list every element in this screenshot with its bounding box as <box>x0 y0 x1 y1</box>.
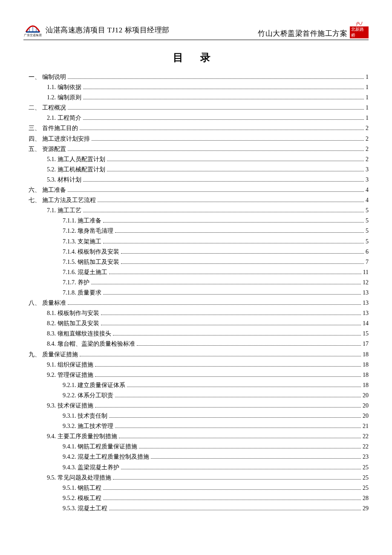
toc-label: 5.2. 施工机械配置计划 <box>47 165 105 174</box>
toc-label: 五、 资源配置 <box>29 144 66 154</box>
toc-entry: 一、 编制说明1 <box>23 72 369 82</box>
toc-page: 25 <box>363 473 369 483</box>
page-header: 广东交通集团 汕湛高速惠清项目 TJ12 标项目经理部 竹山大桥盖梁首件施工方案… <box>23 21 369 40</box>
toc-entry: 1.2. 编制原则1 <box>23 92 369 102</box>
toc-dots <box>115 397 361 397</box>
toc-dots <box>139 448 361 448</box>
toc-dots <box>80 356 361 356</box>
toc-dots <box>101 315 361 315</box>
toc-dots <box>103 222 364 223</box>
toc-page: 5 <box>366 237 369 246</box>
toc-label: 8.4. 墩台帽、盖梁的质量检验标准 <box>47 339 135 349</box>
toc-page: 13 <box>363 298 369 308</box>
toc-label: 四、 施工进度计划安排 <box>29 134 90 144</box>
toc-dots <box>95 366 361 367</box>
toc-label: 9.1. 组织保证措施 <box>47 360 93 370</box>
stroke-icon <box>352 21 366 26</box>
toc-label: 9.3.1. 技术责任制 <box>63 411 107 421</box>
toc-dots <box>91 284 361 284</box>
toc-page: 14 <box>363 318 369 328</box>
toc-label: 9.4.3. 盖梁混凝土养护 <box>63 462 119 472</box>
toc-page: 1 <box>366 92 369 102</box>
toc-dots <box>101 325 361 325</box>
left-logo-label: 广东交通集团 <box>24 33 42 38</box>
toc-dots <box>107 161 364 161</box>
toc-label: 7.1. 施工工艺 <box>47 205 81 215</box>
toc-dots <box>83 99 364 99</box>
toc-dots <box>109 417 361 418</box>
toc-label: 9.5.2. 模板工程 <box>63 493 101 503</box>
toc-entry: 七、 施工方法及工艺流程4 <box>23 195 369 205</box>
toc-title: 目录 <box>32 51 369 64</box>
toc-label: 9.5. 常见问题及处理措施 <box>47 473 111 483</box>
toc-dots <box>115 232 364 233</box>
toc-entry: 9.4.2. 混凝土工程质量控制及措施23 <box>23 452 369 462</box>
toc-dots <box>103 489 361 490</box>
toc-label: 9.4.1. 钢筋工程质量保证措施 <box>63 442 137 451</box>
toc-label: 9.2. 管理保证措施 <box>47 370 93 380</box>
toc-label: 7.1.8. 质量要求 <box>63 288 101 298</box>
toc-entry: 二、 工程概况1 <box>23 103 369 113</box>
header-right: 竹山大桥盖梁首件施工方案 北新路桥 <box>258 21 369 38</box>
toc-page: 1 <box>366 103 369 113</box>
toc-entry: 五、 资源配置2 <box>23 144 369 154</box>
toc-entry: 九、 质量保证措施18 <box>23 350 369 359</box>
toc-dots <box>83 212 364 212</box>
toc-entry: 9.2.1. 建立质量保证体系18 <box>23 380 369 390</box>
toc-entry: 9.2.2. 体系分工职责20 <box>23 390 369 400</box>
toc-page: 11 <box>363 267 369 277</box>
toc-label: 7.1.5. 钢筋加工及安装 <box>63 257 119 267</box>
toc-page: 12 <box>363 278 369 287</box>
toc-entry: 5.2. 施工机械配置计划3 <box>23 165 369 174</box>
toc-dots <box>137 345 361 346</box>
toc-label: 一、 编制说明 <box>29 72 66 82</box>
toc-page: 20 <box>363 411 369 421</box>
toc-page: 21 <box>363 421 369 431</box>
toc-page: 15 <box>363 329 369 338</box>
toc-label: 1.1. 编制依据 <box>47 82 81 92</box>
toc-entry: 六、 施工准备4 <box>23 185 369 195</box>
guangdong-logo: 广东交通集团 <box>23 21 42 38</box>
toc-page: 25 <box>363 462 369 472</box>
toc-label: 7.1.1. 施工准备 <box>63 216 101 225</box>
toc-page: 7 <box>366 257 369 267</box>
toc-label: 8.3. 镦粗直螺纹连接接头 <box>47 329 111 338</box>
toc-page: 6 <box>366 247 369 257</box>
toc-entry: 7.1.7. 养护12 <box>23 278 369 287</box>
toc-entry: 9.3.2. 施工技术管理21 <box>23 421 369 431</box>
toc-entry: 9.4.1. 钢筋工程质量保证措施22 <box>23 442 369 451</box>
toc-dots <box>113 479 361 480</box>
toc-page: 5 <box>366 226 369 236</box>
toc-page: 23 <box>363 452 369 462</box>
toc-label: 9.3.2. 施工技术管理 <box>63 421 113 431</box>
toc-page: 2 <box>366 154 369 164</box>
toc-entry: 8.3. 镦粗直螺纹连接接头15 <box>23 329 369 338</box>
toc-dots <box>68 304 361 305</box>
toc-dots <box>80 130 364 130</box>
toc-label: 7.1.3. 支架施工 <box>63 237 101 246</box>
toc-page: 18 <box>363 370 369 380</box>
toc-label: 7.1.7. 养护 <box>63 278 89 287</box>
toc-page: 3 <box>366 175 369 185</box>
toc-dots <box>95 376 361 377</box>
toc-entry: 7.1.2. 墩身凿毛清理5 <box>23 226 369 236</box>
toc-label: 八、 质量标准 <box>29 298 66 308</box>
toc-entry: 7.1.6. 混凝土施工11 <box>23 267 369 277</box>
toc-label: 三、 首件施工目的 <box>29 123 78 133</box>
toc-label: 七、 施工方法及工艺流程 <box>29 195 96 205</box>
toc-dots <box>83 181 364 182</box>
toc-dots <box>115 428 361 428</box>
toc-page: 1 <box>366 72 369 82</box>
toc-dots <box>68 191 364 192</box>
toc-page: 20 <box>363 390 369 400</box>
toc-page: 18 <box>363 380 369 390</box>
toc-page: 25 <box>363 483 369 493</box>
toc-entry: 1.1. 编制依据1 <box>23 82 369 92</box>
toc-dots <box>68 78 364 79</box>
toc-entry: 八、 质量标准13 <box>23 298 369 308</box>
header-right-title: 竹山大桥盖梁首件施工方案 <box>258 29 347 38</box>
toc-dots <box>95 407 361 408</box>
toc-dots <box>109 510 361 510</box>
toc-page: 22 <box>363 442 369 451</box>
toc-entry: 9.5.2. 模板工程28 <box>23 493 369 503</box>
